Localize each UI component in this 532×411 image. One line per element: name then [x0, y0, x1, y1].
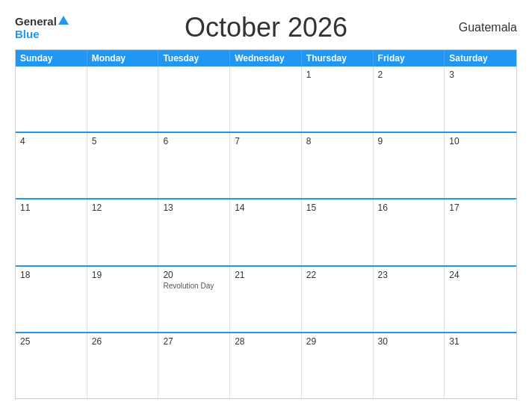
calendar-header: SundayMondayTuesdayWednesdayThursdayFrid…	[16, 50, 516, 67]
cal-day-number: 23	[378, 270, 440, 280]
cal-day-number: 2	[378, 69, 440, 80]
cal-cell: 28	[230, 333, 302, 398]
cal-cell	[158, 67, 230, 132]
cal-cell: 22	[302, 267, 374, 332]
cal-header-cell: Sunday	[16, 50, 87, 67]
cal-cell: 8	[302, 133, 374, 198]
cal-day-number: 10	[449, 136, 512, 146]
logo-triangle-icon	[58, 16, 69, 25]
cal-cell: 29	[302, 333, 374, 398]
cal-day-number: 30	[378, 336, 440, 347]
cal-day-number: 12	[92, 203, 154, 213]
cal-day-number: 19	[92, 270, 154, 280]
cal-header-cell: Friday	[374, 50, 445, 67]
cal-header-cell: Monday	[87, 50, 159, 67]
cal-cell: 23	[374, 267, 445, 332]
cal-cell: 13	[158, 200, 230, 265]
cal-cell: 17	[445, 200, 516, 265]
cal-cell: 26	[87, 333, 159, 398]
cal-day-number: 1	[306, 69, 368, 80]
calendar-body: 1234567891011121314151617181920Revolutio…	[16, 67, 516, 398]
cal-cell: 12	[87, 200, 159, 265]
cal-cell: 20Revolution Day	[158, 267, 230, 332]
cal-day-number: 27	[163, 336, 225, 347]
cal-week: 25262728293031	[16, 332, 516, 398]
logo-general-text: General	[15, 15, 57, 28]
logo: General Blue	[15, 15, 75, 41]
month-title: October 2026	[185, 12, 347, 43]
cal-cell: 27	[158, 333, 230, 398]
cal-day-number: 17	[449, 203, 512, 213]
cal-cell: 16	[374, 200, 445, 265]
cal-week: 11121314151617	[16, 198, 516, 265]
cal-cell: 3	[445, 67, 516, 132]
cal-cell	[230, 67, 302, 132]
country-label: Guatemala	[457, 21, 517, 34]
cal-day-number: 21	[235, 270, 297, 280]
cal-day-number: 6	[163, 136, 225, 146]
cal-cell: 5	[87, 133, 159, 198]
cal-week: 181920Revolution Day21222324	[16, 265, 516, 332]
cal-cell: 30	[374, 333, 445, 398]
calendar: SundayMondayTuesdayWednesdayThursdayFrid…	[15, 49, 517, 399]
cal-header-cell: Saturday	[445, 50, 516, 67]
cal-day-number: 3	[449, 69, 512, 80]
cal-cell: 6	[158, 133, 230, 198]
cal-header-cell: Thursday	[302, 50, 374, 67]
cal-day-number: 22	[306, 270, 368, 280]
cal-cell: 1	[302, 67, 374, 132]
cal-cell: 10	[445, 133, 516, 198]
cal-cell: 19	[87, 267, 159, 332]
cal-day-number: 24	[449, 270, 512, 280]
logo-blue-text: Blue	[15, 28, 40, 40]
cal-day-number: 18	[20, 270, 82, 280]
cal-cell: 9	[374, 133, 445, 198]
cal-cell: 2	[374, 67, 445, 132]
cal-day-number: 16	[378, 203, 440, 213]
cal-day-number: 4	[20, 136, 82, 146]
cal-day-number: 20	[163, 270, 225, 280]
cal-cell	[16, 67, 87, 132]
cal-day-number: 31	[449, 336, 512, 347]
cal-day-number: 8	[306, 136, 368, 146]
cal-day-number: 7	[235, 136, 297, 146]
cal-day-number: 5	[92, 136, 154, 146]
cal-week: 123	[16, 67, 516, 132]
cal-header-cell: Wednesday	[230, 50, 302, 67]
cal-day-number: 14	[235, 203, 297, 213]
cal-cell: 4	[16, 133, 87, 198]
cal-day-number: 9	[378, 136, 440, 146]
cal-day-number: 28	[235, 336, 297, 347]
cal-cell: 11	[16, 200, 87, 265]
cal-day-number: 13	[163, 203, 225, 213]
cal-cell: 15	[302, 200, 374, 265]
cal-cell	[87, 67, 159, 132]
cal-cell: 25	[16, 333, 87, 398]
cal-cell: 21	[230, 267, 302, 332]
cal-day-number: 11	[20, 203, 82, 213]
cal-cell: 18	[16, 267, 87, 332]
cal-day-number: 26	[92, 336, 154, 347]
cal-day-number: 25	[20, 336, 82, 347]
cal-cell: 7	[230, 133, 302, 198]
cal-day-number: 15	[306, 203, 368, 213]
cal-day-number: 29	[306, 336, 368, 347]
cal-event-label: Revolution Day	[163, 282, 214, 290]
cal-header-cell: Tuesday	[158, 50, 230, 67]
cal-cell: 31	[445, 333, 516, 398]
cal-cell: 24	[445, 267, 516, 332]
cal-cell: 14	[230, 200, 302, 265]
cal-week: 45678910	[16, 132, 516, 198]
page-header: General Blue October 2026 Guatemala	[15, 12, 517, 43]
